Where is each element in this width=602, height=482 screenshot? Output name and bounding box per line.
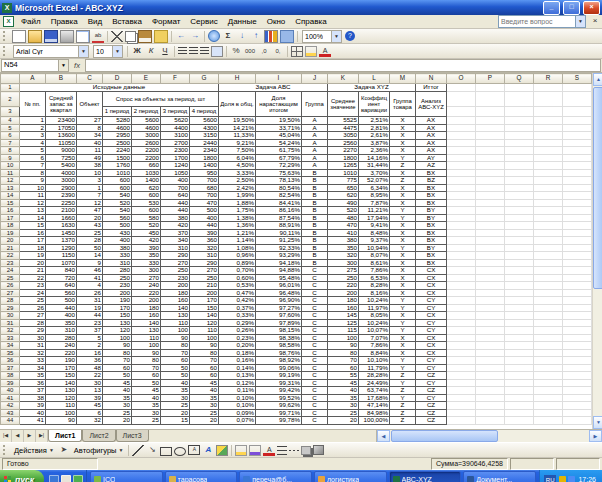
quick-launch-icon-2[interactable] xyxy=(61,475,71,482)
select-objects-icon[interactable]: ➤ xyxy=(58,445,70,456)
cell-R4[interactable] xyxy=(534,117,563,125)
cell-O16[interactable] xyxy=(447,207,476,215)
cell-M19[interactable]: X xyxy=(390,229,416,237)
cell-S6[interactable] xyxy=(563,132,592,140)
question-input[interactable] xyxy=(499,17,575,26)
cell-R43[interactable] xyxy=(534,409,563,417)
cell-L27[interactable]: 8,16% xyxy=(359,289,390,297)
cell-H35[interactable]: 0,18% xyxy=(219,349,256,357)
cell-L9[interactable]: 14,16% xyxy=(359,154,390,162)
cell-E40[interactable]: 45 xyxy=(132,387,161,395)
cell-N26[interactable]: CX xyxy=(416,282,447,290)
cell-R36[interactable] xyxy=(534,357,563,365)
cell-B44[interactable]: 90 xyxy=(46,417,77,425)
cell-C11[interactable]: 10 xyxy=(77,169,103,177)
cell-O31[interactable] xyxy=(447,319,476,327)
cell-I22[interactable]: 93,29% xyxy=(256,252,302,260)
cell-A20[interactable]: 17 xyxy=(20,237,46,245)
cell-S39[interactable] xyxy=(563,379,592,387)
cell-R19[interactable] xyxy=(534,229,563,237)
cell-N35[interactable]: CX xyxy=(416,349,447,357)
cell-F5[interactable]: 4400 xyxy=(161,124,190,132)
cell-R5[interactable] xyxy=(534,124,563,132)
cell-I26[interactable]: 96,01% xyxy=(256,282,302,290)
cell-A39[interactable]: 36 xyxy=(20,379,46,387)
cell-G44[interactable]: 20 xyxy=(190,417,219,425)
cell-D12[interactable]: 600 xyxy=(103,177,132,185)
cell-F9[interactable]: 1700 xyxy=(161,154,190,162)
cell-N29[interactable]: CY xyxy=(416,304,447,312)
cell-M5[interactable]: X xyxy=(390,124,416,132)
cell-K17[interactable]: 480 xyxy=(328,214,359,222)
cell-O28[interactable] xyxy=(447,297,476,305)
cell-G41[interactable]: 35 xyxy=(190,394,219,402)
cell-P5[interactable] xyxy=(476,124,505,132)
cell-O27[interactable] xyxy=(447,289,476,297)
cell-K24[interactable]: 275 xyxy=(328,267,359,275)
cell-K38[interactable]: 55 xyxy=(328,372,359,380)
cell-R7[interactable] xyxy=(534,139,563,147)
cell-B29[interactable]: 440 xyxy=(46,304,77,312)
cell-M30[interactable]: X xyxy=(390,312,416,320)
cell-I35[interactable]: 98,76% xyxy=(256,349,302,357)
cell-R31[interactable] xyxy=(534,319,563,327)
cell-J34[interactable]: C xyxy=(302,342,328,350)
row-header-34[interactable]: 34 xyxy=(1,342,20,350)
cell-G25[interactable]: 250 xyxy=(190,274,219,282)
cell-K8[interactable]: 2270 xyxy=(328,147,359,155)
cell-R14[interactable] xyxy=(534,192,563,200)
cell-B34[interactable]: 240 xyxy=(46,342,77,350)
cell-F7[interactable]: 2700 xyxy=(161,139,190,147)
cell-L32[interactable]: 10,07% xyxy=(359,327,390,335)
cell-N42[interactable]: CZ xyxy=(416,402,447,410)
cell-N24[interactable]: CX xyxy=(416,267,447,275)
cell-G43[interactable]: 25 xyxy=(190,409,219,417)
row-header-25[interactable]: 25 xyxy=(1,274,20,282)
help-icon[interactable]: ? xyxy=(345,31,355,41)
cell-P21[interactable] xyxy=(476,244,505,252)
cell-S44[interactable] xyxy=(563,417,592,425)
cell-H28[interactable]: 0,42% xyxy=(219,297,256,305)
cell-I17[interactable]: 87,54% xyxy=(256,214,302,222)
cell-Q2[interactable] xyxy=(505,92,534,107)
cell-J22[interactable]: B xyxy=(302,252,328,260)
save-icon[interactable] xyxy=(44,30,58,43)
cell-K41[interactable]: 35 xyxy=(328,394,359,402)
cell-I29[interactable]: 97,27% xyxy=(256,304,302,312)
cell-P33[interactable] xyxy=(476,334,505,342)
cell-B37[interactable]: 170 xyxy=(46,364,77,372)
cell-D42[interactable]: 30 xyxy=(103,402,132,410)
cell-C35[interactable]: 16 xyxy=(77,349,103,357)
cell-R1[interactable] xyxy=(534,84,563,92)
row-header-8[interactable]: 8 xyxy=(1,147,20,155)
cell-C32[interactable]: 37 xyxy=(77,327,103,335)
cell-R24[interactable] xyxy=(534,267,563,275)
cell-E22[interactable]: 350 xyxy=(132,252,161,260)
cell-P28[interactable] xyxy=(476,297,505,305)
cell-P11[interactable] xyxy=(476,169,505,177)
cell-F12[interactable]: 400 xyxy=(161,177,190,185)
cell-K22[interactable]: 320 xyxy=(328,252,359,260)
row-header-7[interactable]: 7 xyxy=(1,139,20,147)
menu-Окно[interactable]: Окно xyxy=(262,17,291,26)
cell-O26[interactable] xyxy=(447,282,476,290)
cell-I5[interactable]: 33,71% xyxy=(256,124,302,132)
row-header-36[interactable]: 36 xyxy=(1,357,20,365)
cell-Q4[interactable] xyxy=(505,117,534,125)
cell-S3[interactable] xyxy=(563,107,592,117)
cell-P39[interactable] xyxy=(476,379,505,387)
cell-H38[interactable]: 0,13% xyxy=(219,372,256,380)
header-col-j[interactable]: Группа xyxy=(302,92,328,117)
cell-D4[interactable]: 5280 xyxy=(103,117,132,125)
menu-Файл[interactable]: Файл xyxy=(16,17,46,26)
arrow-icon[interactable]: ↘ xyxy=(146,445,158,456)
cell-R11[interactable] xyxy=(534,169,563,177)
cell-E31[interactable]: 140 xyxy=(132,319,161,327)
cell-H37[interactable]: 0,14% xyxy=(219,364,256,372)
cell-M27[interactable]: X xyxy=(390,289,416,297)
cell-J38[interactable]: C xyxy=(302,372,328,380)
cell-F38[interactable]: 50 xyxy=(161,372,190,380)
cell-O19[interactable] xyxy=(447,229,476,237)
scroll-right-icon[interactable]: ▶ xyxy=(589,430,602,442)
oval-icon[interactable] xyxy=(174,447,186,456)
